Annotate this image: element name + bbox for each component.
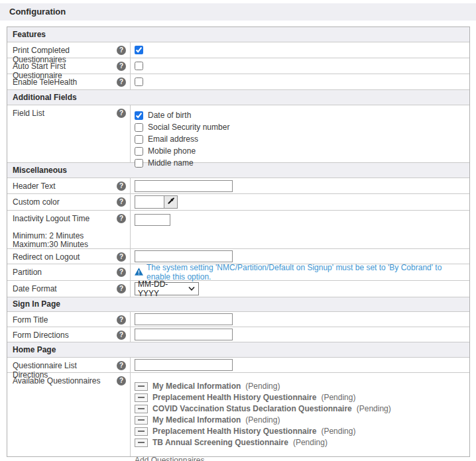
social-security-number-checkbox[interactable] <box>135 123 143 132</box>
help-icon[interactable]: ? <box>117 62 126 71</box>
warning-text: The system setting 'NMC/Partition/Defaul… <box>147 263 465 282</box>
eyedropper-button[interactable] <box>164 196 177 208</box>
warning-triangle-icon <box>135 268 143 278</box>
questionnaire-list-directions-input[interactable] <box>135 359 233 371</box>
mobile-phone-checkbox[interactable] <box>135 147 143 156</box>
help-icon[interactable]: ? <box>117 268 126 277</box>
drag-handle-icon[interactable] <box>135 416 148 425</box>
questionnaire-status: (Pending) <box>357 404 391 413</box>
questionnaire-status: (Pending) <box>321 393 355 402</box>
help-icon[interactable]: ? <box>117 284 126 293</box>
help-icon[interactable]: ? <box>117 331 126 340</box>
row-enable-telehealth: Enable TeleHealth ? <box>7 74 469 90</box>
questionnaire-list: My Medical Information (Pending) Preplac… <box>135 376 465 447</box>
redirect-on-logout-input[interactable] <box>135 250 233 262</box>
row-auto-start-first-questionnaire: Auto Start First Questionnaire ? <box>7 58 469 74</box>
partition-warning-note: The system setting 'NMC/Partition/Defaul… <box>135 263 465 282</box>
questionnaire-item: COVID Vaccination Status Declaration Que… <box>135 404 465 413</box>
field-list-option-ssn: Social Security number <box>135 123 229 132</box>
drag-handle-icon[interactable] <box>135 393 148 402</box>
field-list-option-date-of-birth: Date of birth <box>135 111 229 120</box>
field-label: Custom color <box>13 197 60 207</box>
drag-handle-icon[interactable] <box>135 438 148 447</box>
inactivity-logout-time-input[interactable] <box>135 214 170 226</box>
chevron-down-icon <box>188 287 195 291</box>
form-directions-input[interactable] <box>135 329 233 340</box>
field-list-option-email: Email address <box>135 134 229 144</box>
option-label: Email address <box>148 134 198 144</box>
questionnaire-status: (Pending) <box>293 438 327 447</box>
date-format-select[interactable]: MM-DD-YYYY <box>135 282 199 295</box>
help-icon[interactable]: ? <box>117 214 126 223</box>
questionnaire-item: Preplacement Health History Questionnair… <box>135 427 465 436</box>
questionnaire-item: My Medical Information (Pending) <box>135 382 465 391</box>
questionnaire-item: TB Annual Screening Questionnaire (Pendi… <box>135 438 465 447</box>
help-icon[interactable]: ? <box>117 77 126 87</box>
field-list-options: Date of birth Social Security number Ema… <box>135 109 229 172</box>
auto-start-first-questionnaire-checkbox[interactable] <box>135 62 143 70</box>
questionnaire-status: (Pending) <box>321 427 355 436</box>
questionnaire-status: (Pending) <box>245 382 280 391</box>
section-header-home-page: Home Page <box>7 342 469 358</box>
drag-handle-icon[interactable] <box>135 427 148 436</box>
custom-color-picker[interactable] <box>135 195 178 209</box>
page-title: Configuration <box>0 3 476 21</box>
section-header-features: Features <box>7 27 469 42</box>
field-label: Form Directions <box>13 331 69 340</box>
field-label: Date Format <box>13 284 57 293</box>
questionnaire-name: TB Annual Screening Questionnaire <box>152 438 288 447</box>
row-form-directions: Form Directions ? <box>7 327 469 342</box>
option-label: Middle name <box>148 158 194 168</box>
field-label: Redirect on Logout <box>13 252 80 262</box>
date-of-birth-checkbox[interactable] <box>135 111 143 120</box>
questionnaire-status: (Pending) <box>245 415 280 425</box>
section-header-additional-fields: Additional Fields <box>7 90 469 105</box>
help-icon[interactable]: ? <box>117 315 126 325</box>
drag-handle-icon[interactable] <box>135 382 148 391</box>
help-icon[interactable]: ? <box>117 46 126 55</box>
questionnaire-name: COVID Vaccination Status Declaration Que… <box>152 404 352 413</box>
maximum-note: Maximum:30 Minutes <box>13 240 113 249</box>
field-label: Partition <box>13 268 42 277</box>
middle-name-checkbox[interactable] <box>135 159 143 168</box>
eyedropper-icon <box>167 197 175 207</box>
row-redirect-on-logout: Redirect on Logout ? <box>7 249 469 264</box>
row-available-questionnaires: Available Questionnaires ? My Medical In… <box>7 373 469 456</box>
help-icon[interactable]: ? <box>117 197 126 207</box>
help-icon[interactable]: ? <box>117 181 126 191</box>
print-completed-questionnaires-checkbox[interactable] <box>135 46 143 54</box>
configuration-table: Features Print Completed Questionnaires … <box>7 26 470 457</box>
add-questionnaires-link[interactable]: Add Questionnaires <box>135 456 204 461</box>
header-text-input[interactable] <box>135 180 233 192</box>
row-field-list: Field List ? Date of birth Social Securi… <box>7 105 469 163</box>
field-list-option-mobile-phone: Mobile phone <box>135 146 229 156</box>
questionnaire-name: My Medical Information <box>152 415 241 425</box>
selected-value: MM-DD-YYYY <box>138 280 188 298</box>
help-icon[interactable]: ? <box>117 252 126 262</box>
help-icon[interactable]: ? <box>117 376 126 385</box>
help-icon[interactable]: ? <box>117 109 126 118</box>
field-label: Form Title <box>13 315 48 325</box>
field-label: Enable TeleHealth <box>13 77 77 87</box>
row-questionnaire-list-directions: Questionnaire List Directions ? <box>7 358 469 373</box>
form-title-input[interactable] <box>135 313 233 325</box>
questionnaire-item: My Medical Information (Pending) <box>135 415 465 425</box>
enable-telehealth-checkbox[interactable] <box>135 77 143 86</box>
field-label: Header Text <box>13 181 55 191</box>
drag-handle-icon[interactable] <box>135 405 148 413</box>
field-label: Inactivity Logout Time <box>13 214 89 223</box>
section-header-sign-in-page: Sign In Page <box>7 297 469 312</box>
email-address-checkbox[interactable] <box>135 135 143 144</box>
color-swatch <box>135 196 164 208</box>
row-form-title: Form Title ? <box>7 312 469 327</box>
row-print-completed-questionnaires: Print Completed Questionnaires ? <box>7 42 469 58</box>
row-custom-color: Custom color ? <box>7 194 469 211</box>
row-date-format: Date Format ? MM-DD-YYYY <box>7 281 469 297</box>
option-label: Social Security number <box>148 123 229 132</box>
help-icon[interactable]: ? <box>117 361 126 370</box>
field-list-option-middle-name: Middle name <box>135 158 229 168</box>
option-label: Date of birth <box>148 111 191 120</box>
questionnaire-item: Preplacement Health History Questionnair… <box>135 393 465 402</box>
row-partition: Partition ? The system setting 'NMC/Part… <box>7 264 469 281</box>
row-inactivity-logout-time: Inactivity Logout Time ? Minimum: 2 Minu… <box>7 211 469 249</box>
